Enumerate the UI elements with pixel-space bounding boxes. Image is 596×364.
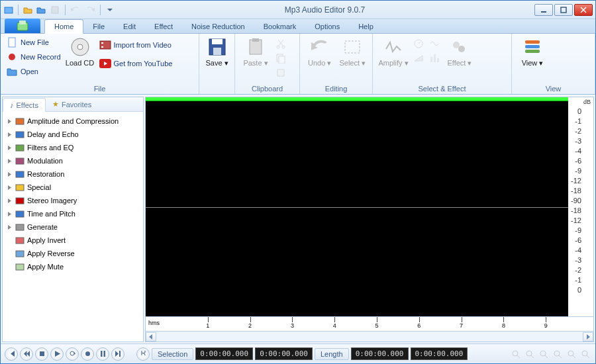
pause-button[interactable] <box>96 347 109 361</box>
zoom-in-icon[interactable] <box>510 348 522 360</box>
tree-item-label: Filters and EQ <box>27 144 74 152</box>
tab-home[interactable]: Home <box>44 19 83 34</box>
tree-node[interactable]: Apply Reverse <box>4 247 142 260</box>
waveform-canvas[interactable] <box>146 97 568 316</box>
qat-save-icon[interactable] <box>49 4 61 16</box>
zoom-sel-icon[interactable] <box>552 348 564 360</box>
copy-icon[interactable] <box>275 52 287 64</box>
tree-item-icon <box>15 129 25 140</box>
qat-open-icon[interactable] <box>23 5 33 15</box>
undo-button[interactable]: Undo ▾ <box>305 36 334 67</box>
get-youtube-button[interactable]: Get from YouTube <box>99 58 173 69</box>
new-record-button[interactable]: New Record <box>6 51 61 63</box>
tree-node[interactable]: Special <box>4 181 142 194</box>
import-video-button[interactable]: Import from Video <box>99 39 173 51</box>
time-unit: hms <box>148 320 160 326</box>
tree-item-label: Apply Mute <box>27 263 64 271</box>
side-panel: ♪Effects ★Favorites Amplitude and Compre… <box>2 97 144 342</box>
zoom-v-in-icon[interactable] <box>566 348 577 360</box>
record-button[interactable] <box>81 347 94 361</box>
play-button[interactable] <box>50 347 64 361</box>
forward-end-button[interactable] <box>111 347 124 361</box>
stop-button[interactable] <box>35 347 48 361</box>
qat-redo-icon[interactable] <box>84 4 96 16</box>
tree-item-icon <box>15 261 25 272</box>
wave-icon[interactable] <box>428 38 440 50</box>
effect-button[interactable]: Effect ▾ <box>444 36 475 67</box>
new-record-label: New Record <box>21 53 61 61</box>
close-button[interactable] <box>574 4 593 16</box>
tree-node[interactable]: Generate <box>4 220 142 234</box>
svg-rect-26 <box>430 57 432 62</box>
tree-node[interactable]: Stereo Imagery <box>4 194 142 207</box>
tab-effect[interactable]: Effect <box>145 20 182 33</box>
undo-label: Undo <box>308 59 325 67</box>
select-button[interactable]: Select ▾ <box>338 36 368 67</box>
qat-folder-icon[interactable] <box>36 5 46 15</box>
minimize-button[interactable] <box>534 4 553 16</box>
zoom-out-icon[interactable] <box>524 348 536 360</box>
view-icon <box>522 36 543 58</box>
copy2-icon[interactable] <box>275 67 287 79</box>
qat-icon-1[interactable] <box>3 5 14 15</box>
tab-edit[interactable]: Edit <box>114 20 145 33</box>
horizontal-scrollbar[interactable] <box>145 332 594 342</box>
rewind-button[interactable] <box>20 347 33 361</box>
loop-button[interactable] <box>66 347 79 361</box>
save-button[interactable]: Save ▾ <box>205 36 229 67</box>
paste-label: Paste <box>243 59 262 67</box>
amplify-button[interactable]: Amplify ▾ <box>378 36 409 67</box>
scroll-left-icon[interactable] <box>146 332 156 341</box>
time-ruler[interactable]: hms 123456789 <box>145 317 594 332</box>
rewind-start-button[interactable] <box>5 347 18 361</box>
select-icon <box>342 36 363 58</box>
paste-button[interactable]: Paste ▾ <box>240 36 271 67</box>
svg-rect-45 <box>16 264 24 270</box>
load-cd-button[interactable]: Load CD <box>65 36 95 67</box>
sidetab-effects[interactable]: ♪Effects <box>3 98 46 112</box>
tree-item-label: Apply Reverse <box>27 250 75 257</box>
ruler-label: 3 <box>291 322 294 329</box>
tree-node[interactable]: Filters and EQ <box>4 141 142 154</box>
cut-icon[interactable] <box>275 38 287 50</box>
expand-icon <box>7 211 13 217</box>
svg-point-9 <box>77 44 83 50</box>
eq-icon[interactable] <box>428 52 440 64</box>
tree-node[interactable]: Restoration <box>4 167 142 181</box>
maximize-button[interactable] <box>554 4 573 16</box>
tab-options[interactable]: Options <box>305 20 349 33</box>
zoom-fit-icon[interactable] <box>538 348 550 360</box>
tree-node[interactable]: Time and Pitch <box>4 207 142 220</box>
tab-help[interactable]: Help <box>349 20 383 33</box>
tree-node[interactable]: Apply Mute <box>4 260 142 273</box>
view-button[interactable]: View ▾ <box>517 36 548 67</box>
fade-icon[interactable] <box>413 52 424 64</box>
open-button[interactable]: Open <box>6 66 61 77</box>
qat-undo-icon[interactable] <box>70 4 81 16</box>
zoom-v-out-icon[interactable] <box>579 348 591 360</box>
group-clipboard-label: Clipboard <box>240 83 294 93</box>
sidetab-favorites[interactable]: ★Favorites <box>46 97 98 111</box>
qat-dropdown-icon[interactable] <box>105 5 115 15</box>
titlebar: Mp3 Audio Editor 9.0.7 <box>1 1 595 19</box>
tab-bookmark[interactable]: Bookmark <box>254 20 306 33</box>
tab-file[interactable]: File <box>83 20 114 33</box>
tab-noise-reduction[interactable]: Noise Reduction <box>182 20 254 33</box>
app-button[interactable] <box>5 19 40 33</box>
tree-item-label: Apply Invert <box>27 236 66 244</box>
gauge-icon[interactable] <box>413 38 424 50</box>
tree-node[interactable]: Delay and Echo <box>4 128 142 141</box>
db-tick: -9 <box>568 226 593 236</box>
ruler-label: 9 <box>544 322 548 329</box>
tree-node[interactable]: Modulation <box>4 154 142 167</box>
ruler-tick <box>462 317 462 322</box>
repeat-button[interactable]: R <box>136 347 150 361</box>
scroll-right-icon[interactable] <box>583 332 593 341</box>
svg-rect-17 <box>250 40 262 54</box>
svg-rect-0 <box>5 7 13 13</box>
new-file-button[interactable]: New File <box>6 36 61 48</box>
svg-point-29 <box>453 42 460 48</box>
tree-node[interactable]: Amplitude and Compression <box>4 114 142 128</box>
svg-point-7 <box>9 54 15 60</box>
tree-node[interactable]: Apply Invert <box>4 234 142 247</box>
